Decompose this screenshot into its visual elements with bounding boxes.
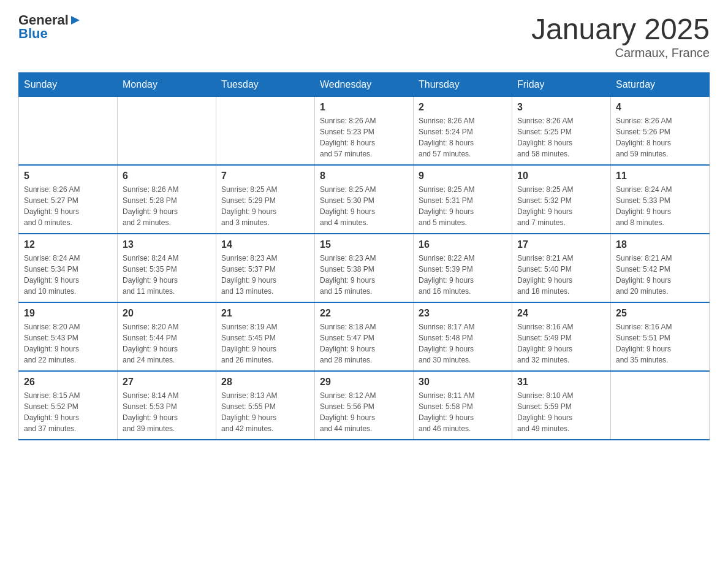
- day-number: 18: [616, 239, 704, 250]
- day-number: 3: [517, 102, 605, 113]
- day-number: 1: [320, 102, 408, 113]
- day-info: Sunrise: 8:18 AM Sunset: 5:47 PM Dayligh…: [320, 321, 408, 366]
- day-number: 8: [320, 170, 408, 182]
- day-info: Sunrise: 8:26 AM Sunset: 5:26 PM Dayligh…: [616, 115, 704, 159]
- day-number: 9: [419, 170, 507, 182]
- day-info: Sunrise: 8:26 AM Sunset: 5:24 PM Dayligh…: [419, 115, 507, 159]
- day-number: 13: [123, 239, 211, 250]
- calendar-cell-w3-d7: 18Sunrise: 8:21 AM Sunset: 5:42 PM Dayli…: [611, 234, 710, 302]
- calendar-cell-w3-d2: 13Sunrise: 8:24 AM Sunset: 5:35 PM Dayli…: [118, 234, 216, 302]
- day-number: 7: [221, 170, 309, 182]
- day-number: 31: [517, 377, 605, 388]
- day-info: Sunrise: 8:21 AM Sunset: 5:42 PM Dayligh…: [616, 253, 704, 297]
- day-info: Sunrise: 8:14 AM Sunset: 5:53 PM Dayligh…: [123, 390, 211, 434]
- day-number: 21: [221, 308, 309, 319]
- header-sunday: Sunday: [19, 73, 118, 97]
- day-number: 17: [517, 239, 605, 250]
- calendar-cell-w1-d2: [118, 97, 216, 166]
- calendar-week-3: 12Sunrise: 8:24 AM Sunset: 5:34 PM Dayli…: [19, 234, 710, 302]
- logo-triangle-icon: [70, 15, 81, 26]
- calendar-cell-w4-d3: 21Sunrise: 8:19 AM Sunset: 5:45 PM Dayli…: [216, 302, 315, 371]
- day-info: Sunrise: 8:23 AM Sunset: 5:37 PM Dayligh…: [221, 253, 309, 297]
- calendar-cell-w4-d7: 25Sunrise: 8:16 AM Sunset: 5:51 PM Dayli…: [611, 302, 710, 371]
- calendar-cell-w3-d1: 12Sunrise: 8:24 AM Sunset: 5:34 PM Dayli…: [19, 234, 118, 302]
- day-info: Sunrise: 8:10 AM Sunset: 5:59 PM Dayligh…: [517, 390, 605, 434]
- day-info: Sunrise: 8:12 AM Sunset: 5:56 PM Dayligh…: [320, 390, 408, 434]
- calendar-cell-w1-d4: 1Sunrise: 8:26 AM Sunset: 5:23 PM Daylig…: [315, 97, 414, 166]
- title-section: January 2025 Carmaux, France: [531, 12, 710, 60]
- header-thursday: Thursday: [414, 73, 512, 97]
- day-info: Sunrise: 8:20 AM Sunset: 5:43 PM Dayligh…: [24, 321, 112, 366]
- calendar-cell-w3-d4: 15Sunrise: 8:23 AM Sunset: 5:38 PM Dayli…: [315, 234, 414, 302]
- logo-blue-text: Blue: [18, 26, 48, 42]
- calendar-cell-w4-d1: 19Sunrise: 8:20 AM Sunset: 5:43 PM Dayli…: [19, 302, 118, 371]
- day-info: Sunrise: 8:24 AM Sunset: 5:33 PM Dayligh…: [616, 184, 704, 228]
- day-number: 27: [123, 377, 211, 388]
- day-number: 29: [320, 377, 408, 388]
- day-info: Sunrise: 8:22 AM Sunset: 5:39 PM Dayligh…: [419, 253, 507, 297]
- day-number: 16: [419, 239, 507, 250]
- calendar-cell-w5-d4: 29Sunrise: 8:12 AM Sunset: 5:56 PM Dayli…: [315, 371, 414, 440]
- day-number: 25: [616, 308, 704, 319]
- calendar-week-1: 1Sunrise: 8:26 AM Sunset: 5:23 PM Daylig…: [19, 97, 710, 166]
- day-info: Sunrise: 8:21 AM Sunset: 5:40 PM Dayligh…: [517, 253, 605, 297]
- calendar-cell-w1-d6: 3Sunrise: 8:26 AM Sunset: 5:25 PM Daylig…: [512, 97, 611, 166]
- day-number: 22: [320, 308, 408, 319]
- page-title: January 2025: [531, 12, 710, 46]
- calendar-cell-w3-d5: 16Sunrise: 8:22 AM Sunset: 5:39 PM Dayli…: [414, 234, 512, 302]
- calendar-cell-w5-d6: 31Sunrise: 8:10 AM Sunset: 5:59 PM Dayli…: [512, 371, 611, 440]
- day-info: Sunrise: 8:25 AM Sunset: 5:29 PM Dayligh…: [221, 184, 309, 228]
- day-info: Sunrise: 8:25 AM Sunset: 5:32 PM Dayligh…: [517, 184, 605, 228]
- header-friday: Friday: [512, 73, 611, 97]
- day-info: Sunrise: 8:26 AM Sunset: 5:25 PM Dayligh…: [517, 115, 605, 159]
- day-number: 24: [517, 308, 605, 319]
- day-info: Sunrise: 8:23 AM Sunset: 5:38 PM Dayligh…: [320, 253, 408, 297]
- calendar-header-row: SundayMondayTuesdayWednesdayThursdayFrid…: [19, 73, 710, 97]
- page-header: General Blue January 2025 Carmaux, Franc…: [18, 12, 710, 60]
- day-number: 23: [419, 308, 507, 319]
- calendar-table: SundayMondayTuesdayWednesdayThursdayFrid…: [18, 72, 710, 440]
- day-info: Sunrise: 8:19 AM Sunset: 5:45 PM Dayligh…: [221, 321, 309, 366]
- calendar-cell-w4-d6: 24Sunrise: 8:16 AM Sunset: 5:49 PM Dayli…: [512, 302, 611, 371]
- calendar-cell-w5-d1: 26Sunrise: 8:15 AM Sunset: 5:52 PM Dayli…: [19, 371, 118, 440]
- day-info: Sunrise: 8:26 AM Sunset: 5:23 PM Dayligh…: [320, 115, 408, 159]
- day-number: 15: [320, 239, 408, 250]
- calendar-cell-w2-d2: 6Sunrise: 8:26 AM Sunset: 5:28 PM Daylig…: [118, 165, 216, 234]
- day-info: Sunrise: 8:11 AM Sunset: 5:58 PM Dayligh…: [419, 390, 507, 434]
- day-number: 19: [24, 308, 112, 319]
- day-info: Sunrise: 8:24 AM Sunset: 5:34 PM Dayligh…: [24, 253, 112, 297]
- calendar-cell-w5-d7: [611, 371, 710, 440]
- logo: General Blue: [18, 12, 81, 42]
- day-number: 28: [221, 377, 309, 388]
- day-number: 4: [616, 102, 704, 113]
- calendar-cell-w2-d1: 5Sunrise: 8:26 AM Sunset: 5:27 PM Daylig…: [19, 165, 118, 234]
- calendar-cell-w5-d2: 27Sunrise: 8:14 AM Sunset: 5:53 PM Dayli…: [118, 371, 216, 440]
- calendar-cell-w2-d4: 8Sunrise: 8:25 AM Sunset: 5:30 PM Daylig…: [315, 165, 414, 234]
- day-number: 6: [123, 170, 211, 182]
- calendar-cell-w1-d7: 4Sunrise: 8:26 AM Sunset: 5:26 PM Daylig…: [611, 97, 710, 166]
- calendar-cell-w2-d5: 9Sunrise: 8:25 AM Sunset: 5:31 PM Daylig…: [414, 165, 512, 234]
- calendar-week-5: 26Sunrise: 8:15 AM Sunset: 5:52 PM Dayli…: [19, 371, 710, 440]
- calendar-cell-w4-d5: 23Sunrise: 8:17 AM Sunset: 5:48 PM Dayli…: [414, 302, 512, 371]
- day-number: 26: [24, 377, 112, 388]
- calendar-cell-w4-d4: 22Sunrise: 8:18 AM Sunset: 5:47 PM Dayli…: [315, 302, 414, 371]
- calendar-cell-w1-d1: [19, 97, 118, 166]
- day-number: 10: [517, 170, 605, 182]
- header-wednesday: Wednesday: [315, 73, 414, 97]
- header-monday: Monday: [118, 73, 216, 97]
- day-info: Sunrise: 8:16 AM Sunset: 5:49 PM Dayligh…: [517, 321, 605, 366]
- day-info: Sunrise: 8:26 AM Sunset: 5:27 PM Dayligh…: [24, 184, 112, 228]
- calendar-cell-w1-d3: [216, 97, 315, 166]
- day-info: Sunrise: 8:20 AM Sunset: 5:44 PM Dayligh…: [123, 321, 211, 366]
- calendar-cell-w2-d7: 11Sunrise: 8:24 AM Sunset: 5:33 PM Dayli…: [611, 165, 710, 234]
- day-info: Sunrise: 8:16 AM Sunset: 5:51 PM Dayligh…: [616, 321, 704, 366]
- day-number: 2: [419, 102, 507, 113]
- day-number: 14: [221, 239, 309, 250]
- day-info: Sunrise: 8:13 AM Sunset: 5:55 PM Dayligh…: [221, 390, 309, 434]
- location-label: Carmaux, France: [531, 46, 710, 60]
- calendar-cell-w2-d3: 7Sunrise: 8:25 AM Sunset: 5:29 PM Daylig…: [216, 165, 315, 234]
- day-info: Sunrise: 8:26 AM Sunset: 5:28 PM Dayligh…: [123, 184, 211, 228]
- calendar-week-4: 19Sunrise: 8:20 AM Sunset: 5:43 PM Dayli…: [19, 302, 710, 371]
- day-number: 11: [616, 170, 704, 182]
- calendar-cell-w3-d6: 17Sunrise: 8:21 AM Sunset: 5:40 PM Dayli…: [512, 234, 611, 302]
